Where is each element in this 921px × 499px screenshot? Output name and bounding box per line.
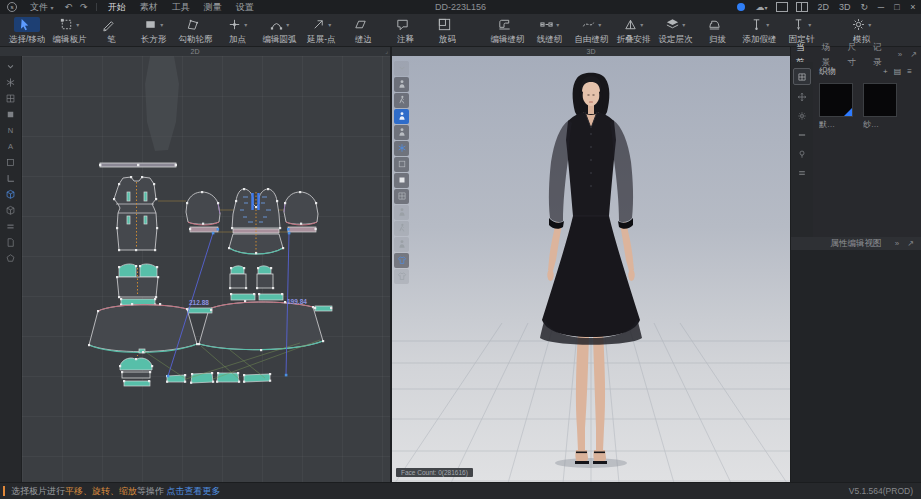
fabric-thumbnail[interactable] xyxy=(819,83,853,117)
chevron-down-icon[interactable]: ▾ xyxy=(682,21,685,28)
toolbar-tool[interactable]: ▾ 编辑缝纫 xyxy=(486,14,528,46)
strip2d-icon[interactable] xyxy=(3,91,19,106)
right-sidebar-icon[interactable] xyxy=(793,68,811,85)
strip3d-icon[interactable] xyxy=(394,157,409,172)
pattern-piece[interactable] xyxy=(99,163,177,167)
popout-icon[interactable]: ↗ xyxy=(906,50,921,59)
pattern-piece[interactable] xyxy=(186,191,220,232)
property-editor-header[interactable]: 属性编辑视图 » ↗ xyxy=(791,237,921,250)
strip2d-icon[interactable] xyxy=(3,203,19,218)
pattern-piece[interactable] xyxy=(119,358,153,386)
chevron-down-icon[interactable]: ▾ xyxy=(244,21,247,28)
menu-file[interactable]: 文件 ▾ xyxy=(23,0,61,15)
chevron-down-icon[interactable]: ▾ xyxy=(640,21,643,28)
resize-handle-icon[interactable]: ⌟ xyxy=(385,47,388,56)
minimize-button[interactable]: ─ xyxy=(873,0,889,14)
right-sidebar-icon[interactable] xyxy=(794,89,810,104)
right-sidebar-icon[interactable] xyxy=(794,146,810,161)
grid-view-icon[interactable]: ▤ xyxy=(891,67,905,76)
toolbar-tool[interactable]: ▾ 注释 xyxy=(384,14,426,46)
menu-item[interactable]: 素材 xyxy=(133,0,165,14)
pattern-piece[interactable] xyxy=(284,191,318,232)
list-view-icon[interactable]: ≡ xyxy=(904,67,915,76)
chevron-down-icon[interactable]: ▾ xyxy=(328,21,331,28)
chevron-down-icon[interactable]: ▾ xyxy=(286,21,289,28)
strip3d-icon[interactable] xyxy=(394,141,409,156)
strip2d-icon[interactable] xyxy=(3,171,19,186)
strip2d-icon[interactable] xyxy=(3,59,19,74)
viewport-3d-canvas[interactable]: Face Count: 0(281616) xyxy=(392,56,790,483)
cloud-icon[interactable]: ☁▾ xyxy=(750,0,772,15)
maximize-button[interactable]: □ xyxy=(889,0,905,14)
strip3d-icon[interactable] xyxy=(394,125,409,140)
chevron-down-icon[interactable]: ▾ xyxy=(598,21,601,28)
toolbar-tool[interactable]: ▾ 线缝纫 xyxy=(528,14,570,46)
strip3d-icon[interactable] xyxy=(394,93,409,108)
chevron-down-icon[interactable]: ▾ xyxy=(766,21,769,28)
view-3d-button[interactable]: 3D xyxy=(834,0,856,14)
toolbar-tool[interactable]: ▾ 编辑圆弧 xyxy=(258,14,300,46)
right-sidebar-icon[interactable] xyxy=(794,127,810,142)
strip3d-icon[interactable] xyxy=(394,221,409,236)
avatar-3d[interactable] xyxy=(392,56,790,483)
pattern-piece[interactable] xyxy=(228,188,284,254)
pattern-piece[interactable] xyxy=(166,372,271,384)
pattern-piece[interactable] xyxy=(229,266,283,300)
toolbar-tool[interactable]: ▾ 归拔 xyxy=(696,14,738,46)
strip3d-icon[interactable] xyxy=(394,237,409,252)
more-icon[interactable]: » xyxy=(894,50,906,59)
strip3d-icon[interactable] xyxy=(394,189,409,204)
strip2d-icon[interactable] xyxy=(3,123,19,138)
menu-item[interactable]: 开始 xyxy=(101,0,133,14)
toolbar-tool[interactable]: ▾ 选择/移动 xyxy=(6,14,48,46)
strip2d-icon[interactable] xyxy=(3,75,19,90)
pattern-piece[interactable] xyxy=(198,300,324,351)
add-fabric-icon[interactable]: + xyxy=(880,67,891,76)
pattern-piece[interactable] xyxy=(88,303,198,353)
chevron-down-icon[interactable]: ▾ xyxy=(76,21,79,28)
pattern-piece[interactable] xyxy=(113,176,158,251)
strip2d-icon[interactable] xyxy=(3,155,19,170)
toolbar-tool[interactable]: ▾ 设定层次 xyxy=(654,14,696,46)
close-button[interactable]: × xyxy=(905,0,921,14)
strip3d-icon[interactable] xyxy=(394,109,409,124)
right-sidebar-icon[interactable] xyxy=(794,108,810,123)
fabric-thumbnail[interactable] xyxy=(863,83,897,117)
strip3d-icon[interactable] xyxy=(394,61,409,76)
popout-icon[interactable]: ↗ xyxy=(903,239,918,248)
toolbar-tool[interactable]: ▾ 添加假缝 xyxy=(738,14,780,46)
strip3d-icon[interactable] xyxy=(394,205,409,220)
chevron-down-icon[interactable]: ▾ xyxy=(808,21,811,28)
chevron-down-icon[interactable]: ▾ xyxy=(868,21,871,28)
chevron-down-icon[interactable]: ▾ xyxy=(160,21,163,28)
undo-icon[interactable]: ↶ xyxy=(61,2,77,12)
strip2d-icon[interactable] xyxy=(3,235,19,250)
layout-split-icon[interactable] xyxy=(796,2,808,12)
strip3d-icon[interactable] xyxy=(394,77,409,92)
toolbar-tool[interactable]: ▾ 折叠安排 xyxy=(612,14,654,46)
menu-item[interactable]: 设置 xyxy=(229,0,261,14)
user-avatar[interactable] xyxy=(737,3,745,11)
toolbar-tool[interactable]: ▾ 笔 xyxy=(90,14,132,46)
toolbar-tool[interactable]: ▾ 加点 xyxy=(216,14,258,46)
strip2d-icon[interactable] xyxy=(3,219,19,234)
toolbar-tool[interactable]: ▾ 缝边 xyxy=(342,14,384,46)
layout-single-icon[interactable] xyxy=(776,2,788,12)
fabric-swatch[interactable]: 默… xyxy=(819,83,854,130)
toolbar-tool[interactable]: ▾ 放码 xyxy=(426,14,468,46)
chevron-down-icon[interactable]: ▾ xyxy=(556,21,559,28)
toolbar-tool[interactable]: ▾ 延展-点 xyxy=(300,14,342,46)
strip2d-icon[interactable] xyxy=(3,139,19,154)
app-logo-icon[interactable]: s xyxy=(7,2,17,12)
menu-item[interactable]: 测量 xyxy=(197,0,229,14)
strip3d-icon[interactable] xyxy=(394,253,409,268)
redo-icon[interactable]: ↷ xyxy=(76,2,92,12)
menu-item[interactable]: 工具 xyxy=(165,0,197,14)
toolbar-tool[interactable]: ▾ 勾勒轮廓 xyxy=(174,14,216,46)
view-2d-button[interactable]: 2D xyxy=(812,0,834,14)
strip3d-icon[interactable] xyxy=(394,173,409,188)
strip2d-icon[interactable] xyxy=(3,107,19,122)
strip2d-icon[interactable] xyxy=(3,187,19,202)
fabric-swatch[interactable]: 纱… xyxy=(863,83,898,130)
toolbar-tool[interactable]: ▾ 长方形 xyxy=(132,14,174,46)
